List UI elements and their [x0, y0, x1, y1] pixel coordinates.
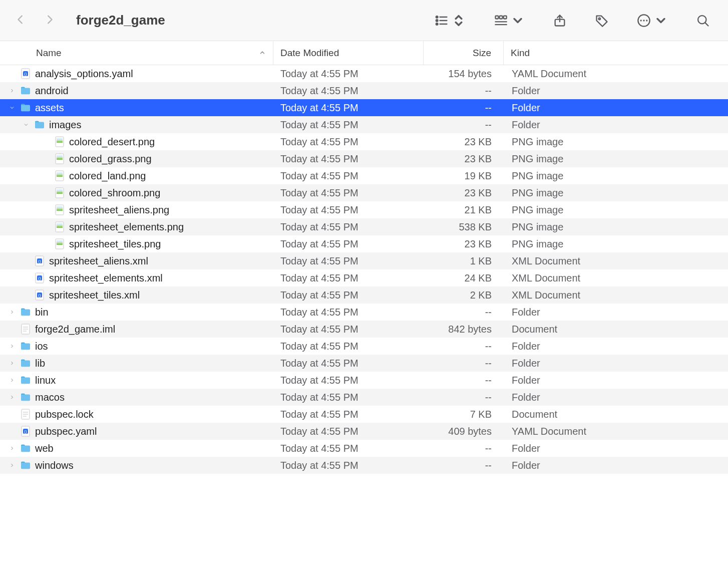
- file-size: --: [424, 119, 504, 131]
- file-name: forge2d_game.iml: [35, 324, 115, 335]
- file-name-cell: ios: [0, 338, 273, 355]
- file-row[interactable]: spritesheet_tiles.pngToday at 4:55 PM23 …: [0, 235, 728, 252]
- group-button[interactable]: [494, 14, 525, 28]
- view-list-button[interactable]: [435, 14, 466, 28]
- toolbar: forge2d_game: [0, 0, 728, 41]
- file-row[interactable]: spritesheet_aliens.pngToday at 4:55 PM21…: [0, 201, 728, 218]
- file-size: --: [424, 443, 504, 454]
- disclosure-toggle[interactable]: [8, 359, 16, 367]
- group-icon: [494, 14, 508, 28]
- file-row[interactable]: imagesToday at 4:55 PM--Folder: [0, 116, 728, 133]
- file-date: Today at 4:55 PM: [273, 392, 424, 403]
- file-name: images: [49, 119, 81, 131]
- file-row[interactable]: libToday at 4:55 PM--Folder: [0, 355, 728, 372]
- image-file-icon: [55, 170, 64, 181]
- file-icon: [20, 358, 31, 369]
- svg-rect-42: [57, 206, 63, 208]
- share-button[interactable]: [553, 14, 567, 28]
- file-row[interactable]: colored_desert.pngToday at 4:55 PM23 KBP…: [0, 133, 728, 150]
- folder-icon: [20, 359, 31, 368]
- file-row[interactable]: windowsToday at 4:55 PM--Folder: [0, 457, 728, 474]
- file-date: Today at 4:55 PM: [273, 290, 424, 301]
- file-name-cell: linux: [0, 372, 273, 389]
- file-row[interactable]: {} spritesheet_aliens.xmlToday at 4:55 P…: [0, 252, 728, 269]
- file-row[interactable]: spritesheet_elements.pngToday at 4:55 PM…: [0, 218, 728, 235]
- file-name: spritesheet_aliens.png: [69, 204, 169, 216]
- disclosure-toggle[interactable]: [8, 87, 16, 95]
- tags-button[interactable]: [595, 14, 609, 28]
- file-icon: {}: [20, 68, 31, 79]
- search-button[interactable]: [696, 14, 710, 28]
- more-button[interactable]: [637, 14, 668, 28]
- svg-rect-7: [500, 16, 503, 19]
- disclosure-toggle[interactable]: [8, 376, 16, 384]
- file-size: --: [424, 341, 504, 352]
- file-icon: [34, 119, 45, 130]
- file-date: Today at 4:55 PM: [273, 238, 424, 250]
- file-date: Today at 4:55 PM: [273, 153, 424, 165]
- file-icon: [20, 341, 31, 352]
- file-name: pubspec.yaml: [35, 426, 97, 437]
- file-row[interactable]: {} pubspec.yamlToday at 4:55 PM409 bytes…: [0, 423, 728, 440]
- file-name-cell: colored_grass.png: [0, 150, 273, 167]
- file-icon: [54, 204, 65, 215]
- disclosure-toggle[interactable]: [22, 121, 30, 129]
- disclosure-toggle[interactable]: [8, 461, 16, 469]
- file-row[interactable]: colored_land.pngToday at 4:55 PM19 KBPNG…: [0, 167, 728, 184]
- folder-icon: [20, 86, 31, 95]
- column-header-kind[interactable]: Kind: [504, 41, 728, 65]
- svg-point-4: [436, 23, 438, 25]
- column-header-name[interactable]: Name: [0, 41, 273, 65]
- file-row[interactable]: {} spritesheet_elements.xmlToday at 4:55…: [0, 269, 728, 286]
- file-row[interactable]: androidToday at 4:55 PM--Folder: [0, 82, 728, 99]
- disclosure-toggle[interactable]: [8, 393, 16, 401]
- file-row[interactable]: macosToday at 4:55 PM--Folder: [0, 389, 728, 406]
- file-row[interactable]: iosToday at 4:55 PM--Folder: [0, 338, 728, 355]
- svg-point-16: [643, 20, 644, 21]
- file-kind: PNG image: [504, 136, 728, 148]
- file-row[interactable]: forge2d_game.imlToday at 4:55 PM842 byte…: [0, 321, 728, 338]
- folder-icon: [20, 342, 31, 351]
- file-row[interactable]: colored_grass.pngToday at 4:55 PM23 KBPN…: [0, 150, 728, 167]
- file-kind: Folder: [504, 119, 728, 131]
- disclosure-toggle[interactable]: [8, 308, 16, 316]
- file-icon: [20, 85, 31, 96]
- file-size: --: [424, 307, 504, 318]
- file-row[interactable]: colored_shroom.pngToday at 4:55 PM23 KBP…: [0, 184, 728, 201]
- file-row[interactable]: assetsToday at 4:55 PM--Folder: [0, 99, 728, 116]
- file-row[interactable]: {} analysis_options.yamlToday at 4:55 PM…: [0, 65, 728, 82]
- file-row[interactable]: binToday at 4:55 PM--Folder: [0, 304, 728, 321]
- folder-icon: [34, 120, 45, 129]
- window-title: forge2d_game: [76, 13, 165, 28]
- file-icon: {}: [20, 426, 31, 437]
- file-name: colored_grass.png: [69, 153, 152, 165]
- document-file-icon: [21, 409, 30, 420]
- svg-text:{}: {}: [38, 293, 41, 298]
- file-row[interactable]: {} spritesheet_tiles.xmlToday at 4:55 PM…: [0, 286, 728, 304]
- file-name-cell: pubspec.lock: [0, 406, 273, 423]
- file-size: 538 KB: [424, 221, 504, 233]
- svg-text:{}: {}: [38, 276, 41, 280]
- column-header-date[interactable]: Date Modified: [273, 41, 424, 65]
- back-button[interactable]: [15, 12, 26, 30]
- column-header-size[interactable]: Size: [424, 41, 504, 65]
- file-row[interactable]: linuxToday at 4:55 PM--Folder: [0, 372, 728, 389]
- file-kind: XML Document: [504, 290, 728, 301]
- disclosure-toggle[interactable]: [8, 104, 16, 112]
- file-kind: PNG image: [504, 238, 728, 250]
- file-name-cell: windows: [0, 457, 273, 474]
- folder-icon: [20, 308, 31, 317]
- disclosure-toggle: [42, 223, 50, 231]
- document-file-icon: [21, 324, 30, 335]
- disclosure-toggle[interactable]: [8, 444, 16, 452]
- file-kind: Folder: [504, 358, 728, 369]
- svg-rect-30: [57, 155, 63, 157]
- disclosure-toggle[interactable]: [8, 342, 16, 350]
- folder-icon: [20, 461, 31, 470]
- file-name: lib: [35, 358, 45, 369]
- file-row[interactable]: webToday at 4:55 PM--Folder: [0, 440, 728, 457]
- chevron-right-icon: [9, 445, 15, 451]
- forward-button[interactable]: [44, 12, 55, 30]
- file-row[interactable]: pubspec.lockToday at 4:55 PM7 KBDocument: [0, 406, 728, 423]
- file-kind: PNG image: [504, 170, 728, 182]
